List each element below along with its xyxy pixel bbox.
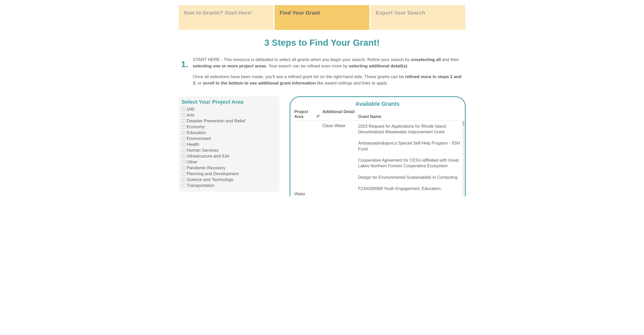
grant-name-1[interactable]: Ambassador&apos;s Special Self-Help Prog… [358,140,461,157]
filter-item-2[interactable]: ✓Disaster Prevention and Relief [182,118,276,124]
grant-name-2[interactable]: Cooperative Agreement for CESU-affiliate… [358,157,461,174]
checkbox-icon[interactable]: ✓ [182,172,185,176]
sort-icon[interactable] [317,115,320,119]
tab-1[interactable]: Find Your Grant [275,5,369,30]
nav-tabs: New to Grants? Start Here!Find Your Gran… [179,5,466,30]
filter-label: Transportation [187,183,215,188]
col-grant-name[interactable]: Grant Name [358,114,461,119]
filter-item-9[interactable]: ✓Other [182,159,276,165]
filter-label: Health [187,142,199,147]
filter-item-4[interactable]: ✓Education [182,130,276,136]
filter-label: Other [187,160,198,165]
checkbox-icon[interactable]: ✓ [182,149,185,152]
filter-item-7[interactable]: ✓Human Services [182,148,276,153]
filter-label: Environment [187,136,211,141]
checkbox-icon[interactable]: ✓ [182,137,185,140]
filter-label: Education [187,130,206,135]
checkbox-icon[interactable]: ✓ [182,107,185,111]
tab-2[interactable]: Export Your Search [370,5,465,30]
cell-detail: Clean Water [323,123,356,196]
filter-label: Pandemic Recovery [187,165,226,171]
scroll-thumb[interactable] [462,121,464,126]
filter-label: Arts [187,113,194,118]
grants-table-header: Project Area Additional Detail Grant Nam… [294,109,461,121]
filter-item-12[interactable]: ✓Science and Technology [182,177,276,183]
checkbox-icon[interactable]: ✓ [182,160,185,164]
filter-panel: Select Your Project Area ✓(All)✓Arts✓Dis… [179,96,279,192]
checkbox-icon[interactable]: ✓ [182,178,185,182]
checkbox-icon[interactable]: ✓ [182,143,185,146]
checkbox-icon[interactable]: ✓ [182,125,185,129]
table-row: Water Clean Water 2023 Request for Appli… [294,123,461,196]
page-title: 3 Steps to Find Your Grant! [179,38,466,48]
tab-0[interactable]: New to Grants? Start Here! [179,5,274,30]
grants-title: Available Grants [290,101,465,107]
filter-item-1[interactable]: ✓Arts [182,112,276,118]
filter-item-5[interactable]: ✓Environment [182,136,276,142]
grants-panel: Available Grants Project Area Additional… [290,96,466,197]
filter-title: Select Your Project Area [182,99,276,105]
filter-list: ✓(All)✓Arts✓Disaster Prevention and Reli… [182,106,276,189]
filter-label: Planning and Development [187,171,239,176]
checkbox-icon[interactable]: ✓ [182,184,185,187]
filter-label: (All) [187,107,194,112]
filter-label: Human Services [187,148,219,153]
filter-item-10[interactable]: ✓Pandemic Recovery [182,165,276,171]
step-1: 1. START HERE - This resource is default… [179,57,466,91]
filter-item-13[interactable]: ✓Transportation [182,183,276,189]
filter-item-11[interactable]: ✓Planning and Development [182,171,276,177]
checkbox-icon[interactable]: ✓ [182,131,185,135]
cell-area: Water [294,123,320,196]
col-additional-detail[interactable]: Additional Detail [323,109,356,119]
filter-label: Infrastructure and IIJA [187,154,229,159]
filter-label: Disaster Prevention and Relief [187,118,245,124]
checkbox-icon[interactable]: ✓ [182,119,185,123]
filter-item-8[interactable]: ✓Infrastructure and IIJA [182,153,276,159]
filter-item-0[interactable]: ✓(All) [182,106,276,112]
checkbox-icon[interactable]: ✓ [182,113,185,117]
grant-name-4[interactable]: F23AS00069 Youth Engagement, Education, [358,185,461,196]
filter-item-3[interactable]: ✓Economy [182,124,276,130]
col-project-area[interactable]: Project Area [294,109,315,119]
grant-name-3[interactable]: Design for Environmental Sustainability … [358,174,461,185]
filter-label: Economy [187,124,205,129]
step-paragraph-2: Once all selections have been made, you'… [193,74,463,86]
filter-label: Science and Technology [187,177,234,182]
grant-name-list: 2023 Request for Applications for Rhode … [358,123,461,196]
step-number: 1. [181,57,188,91]
checkbox-icon[interactable]: ✓ [182,154,185,158]
grant-name-0[interactable]: 2023 Request for Applications for Rhode … [358,123,461,140]
filter-item-6[interactable]: ✓Health [182,142,276,148]
checkbox-icon[interactable]: ✓ [182,166,185,170]
step-paragraph-1: START HERE - This resource is defaulted … [193,57,463,69]
scrollbar[interactable] [462,121,464,196]
